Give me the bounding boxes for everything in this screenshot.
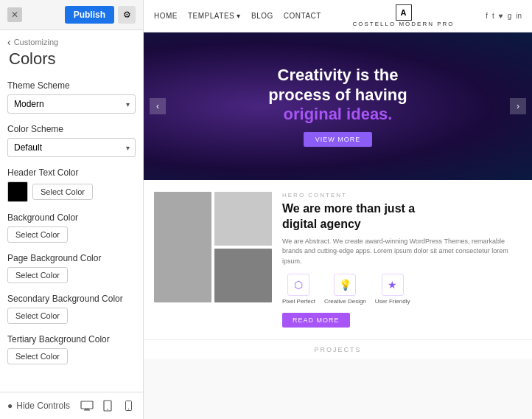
header-text-color-row: Select Color — [7, 181, 136, 202]
content-section: HERO CONTENT We are more than just a dig… — [144, 180, 532, 339]
theme-scheme-label: Theme Scheme — [7, 80, 136, 91]
projects-section: PROJECTS — [144, 339, 532, 359]
hero-content: Creativity is the process of having orig… — [268, 66, 407, 146]
content-heading: We are more than just a digital agency — [282, 201, 522, 232]
gear-button[interactable]: ⚙ — [118, 6, 136, 24]
nav-social: f t ♥ g in — [486, 12, 522, 20]
page-bg-color-row: Select Color — [7, 267, 136, 283]
header-text-color-swatch[interactable] — [7, 181, 28, 202]
desktop-icon[interactable] — [80, 398, 94, 413]
header-text-color-label: Header Text Color — [7, 167, 136, 178]
publish-button[interactable]: Publish — [65, 6, 114, 24]
nav-templates[interactable]: TEMPLATES ▾ — [188, 12, 241, 20]
tertiary-bg-color-group: Tertiary Background Color Select Color — [7, 334, 136, 364]
creative-design-label: Creative Design — [324, 298, 366, 305]
hero-next-button[interactable]: › — [510, 98, 526, 114]
hide-controls-button[interactable]: ● Hide Controls — [7, 401, 70, 411]
social-google-icon[interactable]: g — [508, 12, 512, 20]
eye-icon: ● — [7, 401, 13, 411]
preview-nav: HOME TEMPLATES ▾ BLOG CONTACT A COSTELLO… — [144, 0, 532, 32]
secondary-bg-color-group: Secondary Background Color Select Color — [7, 294, 136, 324]
feature-user-friendly: ★ User Friendly — [375, 274, 410, 305]
secondary-bg-color-label: Secondary Background Color — [7, 294, 136, 304]
color-scheme-label: Color Scheme — [7, 124, 136, 134]
content-heading-line1: We are more than just a — [282, 202, 415, 215]
image-bottom-right — [214, 249, 272, 302]
tertiary-bg-color-label: Tertiary Background Color — [7, 334, 136, 344]
image-top-right — [214, 192, 272, 246]
header-text-color-group: Header Text Color Select Color — [7, 167, 136, 202]
svg-rect-1 — [85, 409, 89, 410]
theme-scheme-group: Theme Scheme Modern Classic Minimal ▾ — [7, 80, 136, 114]
secondary-bg-color-row: Select Color — [7, 308, 136, 324]
content-text: HERO CONTENT We are more than just a dig… — [282, 192, 522, 328]
content-description: We are Abstract. We create award-winning… — [282, 237, 522, 267]
brand-name: COSTELLO MODERN PRO — [353, 21, 455, 27]
customizing-label: Customizing — [14, 38, 59, 46]
feature-icons: ⬡ Pixel Perfect 💡 Creative Design ★ User… — [282, 274, 522, 305]
hero-title-line2: process of having — [268, 86, 407, 105]
content-images — [154, 192, 272, 302]
nav-home[interactable]: HOME — [154, 12, 178, 20]
header-actions: Publish ⚙ — [65, 6, 136, 24]
color-scheme-group: Color Scheme Default Light Dark ▾ — [7, 124, 136, 157]
color-scheme-select[interactable]: Default Light Dark — [7, 138, 136, 157]
hide-controls-label: Hide Controls — [16, 401, 70, 411]
feature-creative-design: 💡 Creative Design — [324, 274, 366, 305]
page-title: Colors — [9, 49, 136, 69]
hero-title-accent: original ideas. — [268, 105, 407, 124]
close-button[interactable]: ✕ — [7, 7, 22, 22]
creative-design-icon: 💡 — [334, 274, 356, 296]
brand-logo: A — [396, 4, 412, 21]
social-facebook-icon[interactable]: f — [486, 12, 488, 20]
pixel-perfect-icon: ⬡ — [287, 274, 309, 296]
svg-rect-2 — [84, 410, 90, 411]
page-bg-color-group: Page Background Color Select Color — [7, 253, 136, 283]
tablet-icon[interactable] — [100, 398, 115, 413]
social-linkedin-icon[interactable]: in — [516, 12, 522, 20]
svg-point-6 — [127, 409, 128, 409]
nav-contact[interactable]: CONTACT — [284, 12, 321, 20]
social-heart-icon[interactable]: ♥ — [499, 12, 503, 20]
content-heading-line2: digital agency — [282, 218, 361, 230]
nav-brand: A COSTELLO MODERN PRO — [353, 4, 455, 27]
close-icon: ✕ — [11, 10, 18, 20]
theme-scheme-select-wrapper: Modern Classic Minimal ▾ — [7, 94, 136, 114]
page-bg-color-label: Page Background Color — [7, 253, 136, 263]
color-scheme-select-wrapper: Default Light Dark ▾ — [7, 138, 136, 157]
left-panel: ✕ Publish ⚙ ‹ Customizing Colors Theme S… — [0, 0, 144, 419]
tertiary-bg-color-button[interactable]: Select Color — [7, 348, 68, 364]
page-bg-color-button[interactable]: Select Color — [7, 267, 68, 283]
read-more-button[interactable]: READ MORE — [282, 313, 350, 328]
tertiary-bg-color-row: Select Color — [7, 348, 136, 364]
hero-title-line1: Creativity is the — [268, 66, 407, 85]
projects-label: PROJECTS — [154, 346, 522, 353]
gear-icon: ⚙ — [123, 10, 131, 20]
image-large — [154, 192, 211, 302]
pixel-perfect-label: Pixel Perfect — [282, 298, 315, 305]
social-twitter-icon[interactable]: t — [492, 12, 494, 20]
panel-footer: ● Hide Controls — [0, 392, 143, 419]
preview-area: HOME TEMPLATES ▾ BLOG CONTACT A COSTELLO… — [144, 0, 532, 419]
hero-cta-button[interactable]: VIEW MORE — [304, 132, 373, 147]
panel-content: Theme Scheme Modern Classic Minimal ▾ Co… — [0, 72, 143, 392]
theme-scheme-select[interactable]: Modern Classic Minimal — [7, 94, 136, 114]
background-color-button[interactable]: Select Color — [7, 226, 68, 243]
user-friendly-icon: ★ — [382, 274, 404, 296]
mobile-icon[interactable] — [121, 398, 136, 413]
hero-prev-button[interactable]: ‹ — [150, 98, 166, 114]
hero-title: Creativity is the process of having orig… — [268, 66, 407, 124]
hero-section: ‹ Creativity is the process of having or… — [144, 32, 532, 180]
device-icons — [80, 398, 136, 413]
breadcrumb: ‹ Customizing — [7, 36, 136, 48]
panel-header: ✕ Publish ⚙ — [0, 0, 143, 30]
back-button[interactable]: ‹ — [7, 36, 11, 48]
background-color-label: Background Color — [7, 212, 136, 223]
header-text-color-button[interactable]: Select Color — [32, 184, 93, 200]
nav-links: HOME TEMPLATES ▾ BLOG CONTACT — [154, 12, 321, 20]
background-color-group: Background Color Select Color — [7, 212, 136, 243]
section-label: HERO CONTENT — [282, 192, 522, 198]
secondary-bg-color-button[interactable]: Select Color — [7, 308, 68, 324]
nav-blog[interactable]: BLOG — [251, 12, 273, 20]
svg-rect-0 — [81, 401, 93, 409]
